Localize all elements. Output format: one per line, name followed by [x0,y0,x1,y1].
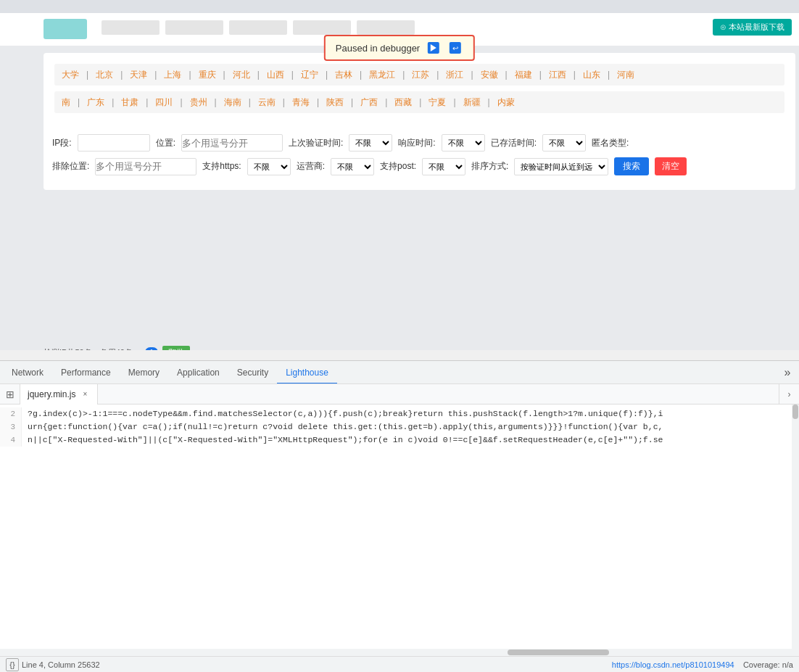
website-nav [102,20,415,35]
exclude-input[interactable] [95,158,196,175]
filter-row-1: IP段: 位置: 上次验证时间: 不限 响应时间: 不限 已存活时间: 不限 匿… [52,134,787,152]
tab-performance[interactable]: Performance [52,361,120,384]
last-verify-label: 上次验证时间: [289,137,343,149]
code-line-4: 4 n||c["X-Requested-With"]||(c["X-Reques… [0,434,799,447]
alive-label: 已存活时间: [491,137,537,149]
debugger-banner: Paused in debugger ↩ [324,35,475,61]
nav-links-row2: 南| 广东| 甘肃| 四川| 贵州| 海南| 云南| 青海| 陕西| 广西| 西… [54,91,784,113]
file-tab-jquery[interactable]: jquery.min.js × [20,384,98,405]
tab-lighthouse[interactable]: Lighthouse [277,361,337,384]
nav-blur-1 [102,20,160,35]
devtools-panel: Network Performance Memory Application S… [0,360,799,672]
filter-row-2: 排除位置: 支持https: 不限 运营商: 不限 支持post: 不限 排序方… [52,157,787,175]
sort-select[interactable]: 按验证时间从近到远 [514,158,608,175]
file-tab-bar: ⊞ jquery.min.js × › [0,384,799,405]
location-input[interactable] [181,134,283,152]
results-text: 检测IP共50条，备用40条， [44,347,141,351]
https-label: 支持https: [202,160,241,173]
tab-application[interactable]: Application [168,361,228,384]
search-button[interactable]: 搜索 [614,157,649,175]
play-icon [428,42,439,54]
anon-label: 匿名类型: [592,137,629,149]
filter-section: IP段: 位置: 上次验证时间: 不限 响应时间: 不限 已存活时间: 不限 匿… [44,125,795,190]
tab-network[interactable]: Network [3,361,52,384]
status-position: Line 4, Column 25632 [22,660,100,669]
ip-label: IP段: [52,137,72,149]
line-number-3: 3 [0,420,22,434]
nav-blur-5 [357,20,415,35]
website-logo [44,19,87,39]
browser-top-bar [0,0,799,13]
vertical-scrollbar[interactable] [792,405,799,649]
line-content-4: n||c["X-Requested-With"]||(c["X-Requeste… [22,434,663,447]
location-label: 位置: [156,137,175,149]
results-bar: 检测IP共50条，备用40条， 1 翻批 [44,344,190,350]
status-bar: {} Line 4, Column 25632 https://blog.csd… [0,656,799,672]
file-tab-close-button[interactable]: × [80,389,90,399]
alive-select[interactable]: 不限 [542,134,586,152]
exclude-label: 排除位置: [52,160,89,173]
line-content-2: ?g.index(c)>-1:1===c.nodeType&&m.find.ma… [22,407,663,420]
code-lines: 2 ?g.index(c)>-1:1===c.nodeType&&m.find.… [0,405,799,449]
file-tab-name: jquery.min.js [28,389,75,399]
clear-button[interactable]: 清空 [655,157,687,175]
status-left: {} Line 4, Column 25632 [6,658,100,671]
file-tab-expand-icon[interactable]: ⊞ [0,384,20,405]
code-line-3: 3 urn{get:function(){var c=a();if(null!=… [0,420,799,434]
post-select[interactable]: 不限 [422,158,465,175]
vertical-scroll-thumb[interactable] [792,405,798,419]
format-icon[interactable]: {} [6,658,19,671]
tab-more-button[interactable]: » [779,364,796,381]
code-line-2: 2 ?g.index(c)>-1:1===c.nodeType&&m.find.… [0,407,799,420]
nav-links-section: 大学| 北京| 天津| 上海| 重庆| 河北| 山西| 辽宁| 吉林| 黑龙江|… [44,53,795,130]
status-coverage: Coverage: n/a [743,660,793,669]
step-icon: ↩ [450,42,461,54]
line-content-3: urn{get:function(){var c=a();if(null!=c)… [22,420,663,434]
line-number-2: 2 [0,407,22,420]
resume-button[interactable] [426,41,442,55]
https-select[interactable]: 不限 [247,158,291,175]
line-number-4: 4 [0,434,22,447]
code-editor: 2 ?g.index(c)>-1:1===c.nodeType&&m.find.… [0,405,799,649]
ip-input[interactable] [78,134,150,152]
response-select[interactable]: 不限 [442,134,485,152]
isp-select[interactable]: 不限 [331,158,374,175]
nav-links-row: 大学| 北京| 天津| 上海| 重庆| 河北| 山西| 辽宁| 吉林| 黑龙江|… [54,64,784,86]
last-verify-select[interactable]: 不限 [349,134,392,152]
nav-blur-4 [293,20,351,35]
results-badge: 1 [145,347,158,350]
post-label: 支持post: [380,160,416,173]
tab-memory[interactable]: Memory [120,361,168,384]
action-button[interactable]: 翻批 [162,346,190,351]
response-label: 响应时间: [398,137,435,149]
status-url: https://blog.csdn.net/p8101019494 [612,660,734,669]
website-content: ⊙ 本站最新版下载 Paused in debugger ↩ 大学| 北京| 天… [0,13,799,350]
sort-label: 排序方式: [471,160,508,173]
debugger-text: Paused in debugger [336,43,420,54]
devtools-tabs: Network Performance Memory Application S… [0,361,799,384]
tab-nav-right-button[interactable]: › [779,384,799,405]
step-button[interactable]: ↩ [447,41,463,55]
status-right: https://blog.csdn.net/p8101019494 Covera… [612,660,793,669]
nav-blur-3 [229,20,287,35]
horizontal-scrollbar[interactable] [0,649,799,656]
isp-label: 运营商: [297,160,325,173]
tab-security[interactable]: Security [228,361,277,384]
nav-blur-2 [165,20,223,35]
website-cta-btn[interactable]: ⊙ 本站最新版下载 [713,19,792,36]
horizontal-scroll-thumb[interactable] [508,650,609,655]
